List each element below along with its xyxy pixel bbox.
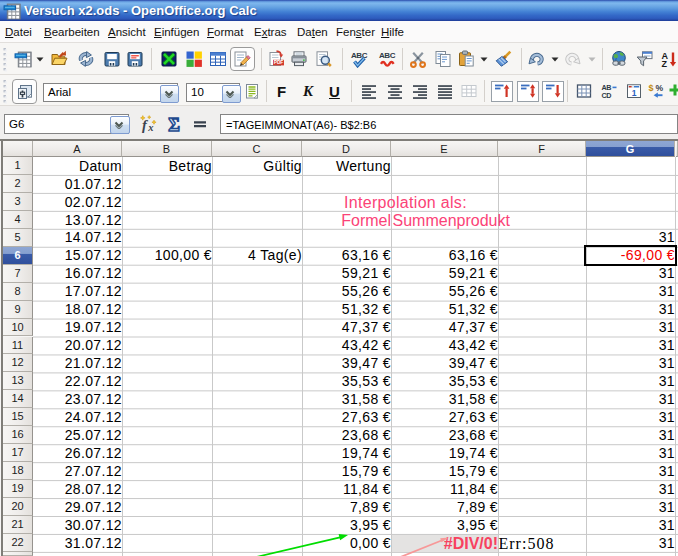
svg-text:Z: Z bbox=[661, 59, 667, 68]
svg-text:x: x bbox=[147, 122, 153, 133]
svg-text:PDF: PDF bbox=[274, 60, 284, 65]
svg-text:Σ: Σ bbox=[168, 115, 180, 134]
svg-text:ABC: ABC bbox=[379, 51, 396, 60]
svg-text:$: $ bbox=[648, 83, 653, 93]
svg-text:CD: CD bbox=[601, 91, 611, 100]
svg-text:1: 1 bbox=[632, 88, 637, 98]
svg-text:%: % bbox=[655, 83, 663, 93]
